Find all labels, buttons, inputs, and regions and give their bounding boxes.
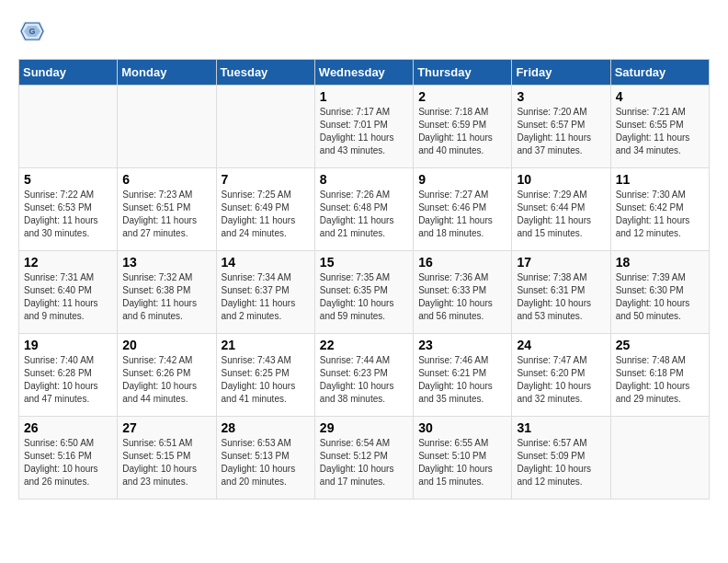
day-info: Sunrise: 7:43 AM Sunset: 6:25 PM Dayligh…	[222, 354, 310, 406]
day-number: 30	[418, 420, 506, 435]
weekday-header-monday: Monday	[118, 60, 216, 86]
day-info: Sunrise: 7:27 AM Sunset: 6:46 PM Dayligh…	[418, 189, 506, 240]
weekday-header-wednesday: Wednesday	[314, 60, 413, 86]
day-number: 3	[517, 89, 605, 104]
day-info: Sunrise: 7:29 AM Sunset: 6:44 PM Dayligh…	[517, 189, 605, 240]
day-info: Sunrise: 7:47 AM Sunset: 6:20 PM Dayligh…	[517, 354, 605, 406]
day-number: 5	[24, 172, 112, 187]
day-cell: 31Sunrise: 6:57 AM Sunset: 5:09 PM Dayli…	[512, 417, 610, 500]
day-info: Sunrise: 7:22 AM Sunset: 6:53 PM Dayligh…	[24, 189, 112, 240]
day-number: 16	[418, 255, 506, 270]
day-info: Sunrise: 7:42 AM Sunset: 6:26 PM Dayligh…	[122, 354, 210, 406]
day-number: 19	[24, 338, 112, 352]
day-info: Sunrise: 6:57 AM Sunset: 5:09 PM Dayligh…	[517, 437, 605, 488]
day-info: Sunrise: 7:39 AM Sunset: 6:30 PM Dayligh…	[616, 271, 704, 323]
day-cell: 30Sunrise: 6:55 AM Sunset: 5:10 PM Dayli…	[414, 417, 512, 500]
day-info: Sunrise: 7:18 AM Sunset: 6:59 PM Dayligh…	[418, 106, 506, 157]
day-number: 26	[24, 420, 112, 435]
day-cell: 13Sunrise: 7:32 AM Sunset: 6:38 PM Dayli…	[118, 251, 216, 334]
day-number: 15	[320, 255, 408, 270]
day-cell: 6Sunrise: 7:23 AM Sunset: 6:51 PM Daylig…	[118, 168, 216, 251]
day-number: 31	[517, 420, 605, 435]
logo-icon: G	[18, 18, 46, 44]
day-cell: 8Sunrise: 7:26 AM Sunset: 6:48 PM Daylig…	[314, 168, 413, 251]
day-cell	[610, 417, 709, 500]
day-number: 4	[616, 89, 704, 104]
day-cell: 15Sunrise: 7:35 AM Sunset: 6:35 PM Dayli…	[314, 251, 413, 334]
day-number: 13	[122, 255, 210, 270]
day-cell: 1Sunrise: 7:17 AM Sunset: 7:01 PM Daylig…	[314, 86, 413, 168]
day-cell	[19, 86, 118, 168]
day-info: Sunrise: 7:38 AM Sunset: 6:31 PM Dayligh…	[517, 271, 605, 323]
day-cell: 25Sunrise: 7:48 AM Sunset: 6:18 PM Dayli…	[610, 334, 709, 417]
week-row-5: 26Sunrise: 6:50 AM Sunset: 5:16 PM Dayli…	[19, 417, 710, 500]
day-info: Sunrise: 7:23 AM Sunset: 6:51 PM Dayligh…	[122, 189, 210, 240]
day-info: Sunrise: 7:46 AM Sunset: 6:21 PM Dayligh…	[418, 354, 506, 406]
week-row-3: 12Sunrise: 7:31 AM Sunset: 6:40 PM Dayli…	[19, 251, 710, 334]
calendar-table: SundayMondayTuesdayWednesdayThursdayFrid…	[18, 59, 710, 500]
day-info: Sunrise: 6:50 AM Sunset: 5:16 PM Dayligh…	[24, 437, 112, 488]
week-row-4: 19Sunrise: 7:40 AM Sunset: 6:28 PM Dayli…	[19, 334, 710, 417]
weekday-header-sunday: Sunday	[19, 60, 118, 86]
day-info: Sunrise: 7:40 AM Sunset: 6:28 PM Dayligh…	[24, 354, 112, 406]
day-cell: 28Sunrise: 6:53 AM Sunset: 5:13 PM Dayli…	[216, 417, 314, 500]
day-info: Sunrise: 7:30 AM Sunset: 6:42 PM Dayligh…	[616, 189, 704, 240]
day-info: Sunrise: 7:32 AM Sunset: 6:38 PM Dayligh…	[122, 271, 210, 323]
day-cell: 11Sunrise: 7:30 AM Sunset: 6:42 PM Dayli…	[610, 168, 709, 251]
day-number: 29	[320, 420, 408, 435]
day-number: 27	[122, 420, 210, 435]
day-info: Sunrise: 7:17 AM Sunset: 7:01 PM Dayligh…	[320, 106, 408, 157]
day-info: Sunrise: 7:44 AM Sunset: 6:23 PM Dayligh…	[320, 354, 408, 406]
weekday-header-row: SundayMondayTuesdayWednesdayThursdayFrid…	[19, 60, 710, 86]
day-number: 11	[616, 172, 704, 187]
day-number: 21	[222, 338, 310, 352]
weekday-header-saturday: Saturday	[610, 60, 709, 86]
day-number: 12	[24, 255, 112, 270]
weekday-header-tuesday: Tuesday	[216, 60, 314, 86]
day-info: Sunrise: 7:34 AM Sunset: 6:37 PM Dayligh…	[222, 271, 310, 323]
day-cell: 17Sunrise: 7:38 AM Sunset: 6:31 PM Dayli…	[512, 251, 610, 334]
day-cell: 10Sunrise: 7:29 AM Sunset: 6:44 PM Dayli…	[512, 168, 610, 251]
weekday-header-friday: Friday	[512, 60, 610, 86]
day-cell: 22Sunrise: 7:44 AM Sunset: 6:23 PM Dayli…	[314, 334, 413, 417]
day-cell: 3Sunrise: 7:20 AM Sunset: 6:57 PM Daylig…	[512, 86, 610, 168]
logo: G	[18, 18, 50, 44]
day-cell: 4Sunrise: 7:21 AM Sunset: 6:55 PM Daylig…	[610, 86, 709, 168]
day-cell: 16Sunrise: 7:36 AM Sunset: 6:33 PM Dayli…	[414, 251, 512, 334]
day-info: Sunrise: 7:25 AM Sunset: 6:49 PM Dayligh…	[222, 189, 310, 240]
day-info: Sunrise: 7:36 AM Sunset: 6:33 PM Dayligh…	[418, 271, 506, 323]
day-number: 28	[222, 420, 310, 435]
day-number: 23	[418, 338, 506, 352]
day-info: Sunrise: 7:20 AM Sunset: 6:57 PM Dayligh…	[517, 106, 605, 157]
day-number: 22	[320, 338, 408, 352]
day-cell: 2Sunrise: 7:18 AM Sunset: 6:59 PM Daylig…	[414, 86, 512, 168]
day-number: 14	[222, 255, 310, 270]
weekday-header-thursday: Thursday	[414, 60, 512, 86]
day-info: Sunrise: 7:26 AM Sunset: 6:48 PM Dayligh…	[320, 189, 408, 240]
day-info: Sunrise: 6:54 AM Sunset: 5:12 PM Dayligh…	[320, 437, 408, 488]
day-number: 17	[517, 255, 605, 270]
day-number: 9	[418, 172, 506, 187]
day-number: 18	[616, 255, 704, 270]
day-info: Sunrise: 7:21 AM Sunset: 6:55 PM Dayligh…	[616, 106, 704, 157]
svg-text:G: G	[28, 27, 35, 36]
day-info: Sunrise: 7:48 AM Sunset: 6:18 PM Dayligh…	[616, 354, 704, 406]
day-number: 24	[517, 338, 605, 352]
day-cell: 20Sunrise: 7:42 AM Sunset: 6:26 PM Dayli…	[118, 334, 216, 417]
day-cell: 12Sunrise: 7:31 AM Sunset: 6:40 PM Dayli…	[19, 251, 118, 334]
day-cell: 29Sunrise: 6:54 AM Sunset: 5:12 PM Dayli…	[314, 417, 413, 500]
day-number: 8	[320, 172, 408, 187]
day-number: 25	[616, 338, 704, 352]
page-header: G	[18, 18, 710, 44]
day-cell: 19Sunrise: 7:40 AM Sunset: 6:28 PM Dayli…	[19, 334, 118, 417]
day-number: 10	[517, 172, 605, 187]
day-info: Sunrise: 6:51 AM Sunset: 5:15 PM Dayligh…	[122, 437, 210, 488]
week-row-1: 1Sunrise: 7:17 AM Sunset: 7:01 PM Daylig…	[19, 86, 710, 168]
day-number: 6	[122, 172, 210, 187]
day-number: 2	[418, 89, 506, 104]
day-cell: 9Sunrise: 7:27 AM Sunset: 6:46 PM Daylig…	[414, 168, 512, 251]
day-info: Sunrise: 6:55 AM Sunset: 5:10 PM Dayligh…	[418, 437, 506, 488]
day-cell	[216, 86, 314, 168]
day-cell: 24Sunrise: 7:47 AM Sunset: 6:20 PM Dayli…	[512, 334, 610, 417]
day-cell: 21Sunrise: 7:43 AM Sunset: 6:25 PM Dayli…	[216, 334, 314, 417]
